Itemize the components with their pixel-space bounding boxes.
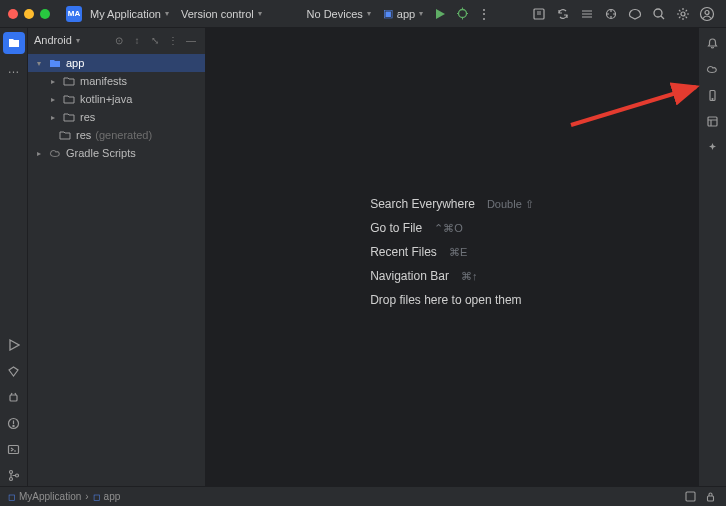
select-opened-icon[interactable]: ⊙ — [111, 32, 127, 48]
app-badge-icon: MA — [66, 6, 82, 22]
editor-area[interactable]: Search EverywhereDouble ⇧ Go to File⌃⌘O … — [206, 28, 698, 486]
terminal-tool-icon[interactable] — [3, 438, 25, 460]
run-button[interactable] — [429, 3, 451, 25]
hide-panel-icon[interactable]: — — [183, 32, 199, 48]
android-tool-icon[interactable] — [3, 386, 25, 408]
svg-point-20 — [10, 477, 13, 480]
window-controls — [8, 9, 50, 19]
statusbar: ◻ MyApplication › ◻ app — [0, 486, 726, 506]
indexing-icon[interactable] — [682, 489, 698, 505]
expand-arrow-icon[interactable]: ▸ — [34, 149, 44, 158]
panel-header: Android ▾ ⊙ ↕ ⤡ ⋮ — — [28, 28, 205, 52]
module-icon: ▣ — [383, 7, 393, 20]
svg-point-0 — [458, 10, 466, 18]
gradle-icon — [48, 146, 62, 160]
module-icon: ◻ — [93, 492, 100, 502]
panel-options-icon[interactable]: ⋮ — [165, 32, 181, 48]
more-run-button[interactable]: ⋮ — [473, 3, 495, 25]
tree-row-manifests[interactable]: ▸ manifests — [28, 72, 205, 90]
project-tree[interactable]: ▾ app ▸ manifests ▸ kotlin+java ▸ res — [28, 52, 205, 486]
layout-validation-icon[interactable] — [702, 110, 724, 132]
expand-arrow-icon[interactable]: ▸ — [48, 113, 58, 122]
tree-row-res-generated[interactable]: res (generated) — [28, 126, 205, 144]
svg-point-11 — [705, 10, 709, 14]
close-window-button[interactable] — [8, 9, 18, 19]
tree-row-res[interactable]: ▸ res — [28, 108, 205, 126]
notifications-icon[interactable] — [702, 32, 724, 54]
chevron-down-icon: ▾ — [76, 36, 80, 45]
project-tool-button[interactable] — [3, 32, 25, 54]
hint-keys: ⌘↑ — [461, 270, 478, 283]
hint-keys: ⌘E — [449, 246, 467, 259]
minimize-window-button[interactable] — [24, 9, 34, 19]
stack-icon[interactable] — [576, 3, 598, 25]
vcs-tool-icon[interactable] — [3, 464, 25, 486]
run-tool-icon[interactable] — [3, 334, 25, 356]
panel-title[interactable]: Android — [34, 34, 72, 46]
left-tool-rail: … — [0, 28, 28, 486]
gem-tool-icon[interactable] — [3, 360, 25, 382]
code-with-me-icon[interactable] — [528, 3, 550, 25]
breadcrumb-separator: › — [85, 491, 88, 502]
tree-label: Gradle Scripts — [66, 147, 136, 159]
project-selector[interactable]: MA My Application ▾ — [60, 4, 175, 24]
hint-keys: Double ⇧ — [487, 198, 534, 211]
hint-keys: ⌃⌘O — [434, 222, 463, 235]
chevron-down-icon: ▾ — [165, 9, 169, 18]
hint-label: Drop files here to open them — [370, 293, 521, 307]
ai-sparkle-icon[interactable] — [702, 136, 724, 158]
svg-rect-12 — [10, 395, 17, 401]
account-icon[interactable] — [696, 3, 718, 25]
tree-label: app — [66, 57, 84, 69]
folder-icon — [62, 74, 76, 88]
svg-point-17 — [13, 425, 14, 426]
more-tools-icon[interactable]: … — [3, 58, 25, 80]
run-config-label: app — [397, 8, 415, 20]
workspace: … Android ▾ ⊙ ↕ ⤡ ⋮ — ▾ app — [0, 28, 726, 486]
folder-icon — [62, 110, 76, 124]
hint-label: Navigation Bar — [370, 269, 449, 283]
module-icon: ◻ — [8, 492, 15, 502]
svg-line-8 — [661, 16, 664, 19]
chevron-down-icon: ▾ — [419, 9, 423, 18]
svg-point-23 — [712, 98, 713, 99]
breadcrumb-root[interactable]: MyApplication — [19, 491, 81, 502]
expand-arrow-icon[interactable]: ▸ — [48, 77, 58, 86]
device-manager-icon[interactable] — [702, 84, 724, 106]
device-selector[interactable]: No Devices ▾ — [301, 6, 377, 22]
device-label: No Devices — [307, 8, 363, 20]
gradle-tool-icon[interactable] — [702, 58, 724, 80]
problems-tool-icon[interactable] — [3, 412, 25, 434]
collapse-all-icon[interactable]: ⤡ — [147, 32, 163, 48]
module-folder-icon — [48, 56, 62, 70]
hint-label: Go to File — [370, 221, 422, 235]
chevron-down-icon: ▾ — [258, 9, 262, 18]
tree-label: res — [80, 111, 95, 123]
vcs-menu[interactable]: Version control ▾ — [175, 6, 268, 22]
assistant-icon[interactable] — [624, 3, 646, 25]
tree-row-gradle[interactable]: ▸ Gradle Scripts — [28, 144, 205, 162]
svg-rect-25 — [686, 492, 695, 501]
sync-icon[interactable] — [552, 3, 574, 25]
build-icon[interactable] — [600, 3, 622, 25]
folder-icon — [58, 128, 72, 142]
search-icon[interactable] — [648, 3, 670, 25]
svg-rect-24 — [708, 117, 717, 126]
run-config-selector[interactable]: ▣ app ▾ — [377, 5, 429, 22]
expand-arrow-icon[interactable]: ▾ — [34, 59, 44, 68]
debug-button[interactable] — [451, 3, 473, 25]
breadcrumb-app[interactable]: app — [104, 491, 121, 502]
expand-arrow-icon[interactable]: ▸ — [48, 95, 58, 104]
right-tool-rail — [698, 28, 726, 486]
settings-icon[interactable] — [672, 3, 694, 25]
tree-row-kotlin[interactable]: ▸ kotlin+java — [28, 90, 205, 108]
vcs-label: Version control — [181, 8, 254, 20]
expand-all-icon[interactable]: ↕ — [129, 32, 145, 48]
hint-label: Search Everywhere — [370, 197, 475, 211]
lock-status-icon[interactable] — [702, 489, 718, 505]
folder-icon — [62, 92, 76, 106]
tree-row-app[interactable]: ▾ app — [28, 54, 205, 72]
app-name-label: My Application — [90, 8, 161, 20]
zoom-window-button[interactable] — [40, 9, 50, 19]
empty-state-hints: Search EverywhereDouble ⇧ Go to File⌃⌘O … — [370, 197, 534, 317]
